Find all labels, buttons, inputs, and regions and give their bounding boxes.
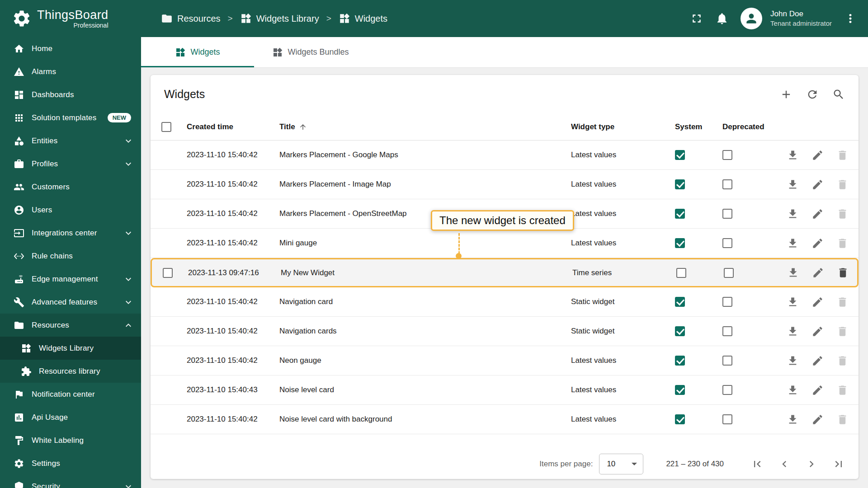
system-checkbox[interactable] bbox=[675, 385, 685, 395]
system-checkbox[interactable] bbox=[675, 414, 685, 424]
system-checkbox[interactable] bbox=[675, 179, 685, 189]
page-size-select[interactable]: 10 bbox=[599, 454, 643, 474]
breadcrumb-widgets-library[interactable]: Widgets Library bbox=[240, 13, 319, 24]
system-checkbox[interactable] bbox=[675, 356, 685, 366]
download-button[interactable] bbox=[787, 178, 799, 191]
deprecated-checkbox[interactable] bbox=[722, 150, 732, 160]
sidebar-item-rule-chains[interactable]: Rule chains bbox=[0, 244, 141, 267]
system-checkbox[interactable] bbox=[676, 268, 686, 278]
avatar[interactable] bbox=[741, 8, 762, 29]
sidebar-item-profiles[interactable]: Profiles bbox=[0, 152, 141, 175]
download-button[interactable] bbox=[787, 413, 799, 426]
delete-button[interactable] bbox=[836, 325, 849, 338]
edit-button[interactable] bbox=[811, 208, 824, 220]
delete-button[interactable] bbox=[836, 384, 849, 396]
sidebar-item-security[interactable]: Security bbox=[0, 475, 141, 488]
deprecated-checkbox[interactable] bbox=[722, 385, 732, 395]
sidebar-item-resources[interactable]: Resources bbox=[0, 314, 141, 337]
sidebar-item-customers[interactable]: Customers bbox=[0, 175, 141, 198]
system-checkbox[interactable] bbox=[675, 297, 685, 307]
edit-button[interactable] bbox=[811, 355, 824, 367]
deprecated-checkbox[interactable] bbox=[722, 238, 732, 248]
sidebar-item-advanced-features[interactable]: Advanced features bbox=[0, 291, 141, 314]
edit-button[interactable] bbox=[811, 413, 824, 426]
table-row[interactable]: 2023-11-10 15:40:42Markers Placement - G… bbox=[151, 141, 859, 170]
refresh-button[interactable] bbox=[806, 88, 819, 101]
table-row[interactable]: 2023-11-13 09:47:16My New WidgetTime ser… bbox=[151, 258, 859, 287]
deprecated-checkbox[interactable] bbox=[722, 297, 732, 307]
edit-button[interactable] bbox=[811, 384, 824, 396]
delete-button[interactable] bbox=[836, 178, 849, 191]
deprecated-checkbox[interactable] bbox=[722, 414, 732, 424]
first-page-button[interactable] bbox=[751, 458, 764, 470]
search-button[interactable] bbox=[832, 88, 845, 101]
delete-button[interactable] bbox=[836, 296, 849, 308]
next-page-button[interactable] bbox=[805, 458, 818, 470]
fullscreen-button[interactable] bbox=[690, 12, 703, 25]
download-button[interactable] bbox=[787, 208, 799, 220]
edit-button[interactable] bbox=[811, 237, 824, 249]
download-button[interactable] bbox=[787, 267, 799, 279]
table-row[interactable]: 2023-11-10 15:40:42Mini gaugeLatest valu… bbox=[151, 229, 859, 258]
deprecated-checkbox[interactable] bbox=[722, 356, 732, 366]
sidebar-item-settings[interactable]: Settings bbox=[0, 452, 141, 475]
select-all-checkbox[interactable] bbox=[161, 122, 171, 132]
sidebar-item-alarms[interactable]: Alarms bbox=[0, 60, 141, 83]
sidebar-item-integrations-center[interactable]: Integrations center bbox=[0, 221, 141, 244]
table-row[interactable]: 2023-11-10 15:40:42Markers Placement - I… bbox=[151, 170, 859, 199]
download-button[interactable] bbox=[787, 355, 799, 367]
table-row[interactable]: 2023-11-10 15:40:42Navigation cardStatic… bbox=[151, 287, 859, 317]
tab-widgets-bundles[interactable]: Widgets Bundles bbox=[254, 37, 367, 67]
row-select-checkbox[interactable] bbox=[163, 268, 173, 278]
delete-button[interactable] bbox=[836, 149, 849, 161]
download-button[interactable] bbox=[787, 384, 799, 396]
column-title[interactable]: Title bbox=[279, 122, 571, 131]
sidebar-item-api-usage[interactable]: Api Usage bbox=[0, 406, 141, 429]
deprecated-checkbox[interactable] bbox=[722, 179, 732, 189]
table-row[interactable]: 2023-11-10 15:40:42Noise level card with… bbox=[151, 405, 859, 434]
breadcrumb-resources[interactable]: Resources bbox=[161, 13, 221, 24]
system-checkbox[interactable] bbox=[675, 150, 685, 160]
sidebar-item-users[interactable]: Users bbox=[0, 198, 141, 221]
system-checkbox[interactable] bbox=[675, 209, 685, 219]
sidebar-item-white-labeling[interactable]: White Labeling bbox=[0, 429, 141, 452]
sidebar-item-solution-templates[interactable]: Solution templatesNEW bbox=[0, 106, 141, 129]
download-button[interactable] bbox=[787, 325, 799, 338]
edit-button[interactable] bbox=[811, 149, 824, 161]
table-row[interactable]: 2023-11-10 15:40:42Navigation cardsStati… bbox=[151, 317, 859, 346]
table-row[interactable]: 2023-11-10 15:40:42Neon gaugeLatest valu… bbox=[151, 346, 859, 375]
download-button[interactable] bbox=[787, 296, 799, 308]
delete-button[interactable] bbox=[836, 208, 849, 220]
breadcrumb-widgets[interactable]: Widgets bbox=[339, 13, 387, 24]
sidebar-item-notification-center[interactable]: Notification center bbox=[0, 383, 141, 406]
system-checkbox[interactable] bbox=[675, 238, 685, 248]
thingsboard-logo[interactable]: ThingsBoard Professional bbox=[0, 0, 141, 37]
sidebar-item-widgets-library[interactable]: Widgets Library bbox=[0, 337, 141, 360]
more-menu-button[interactable] bbox=[844, 12, 857, 25]
delete-button[interactable] bbox=[836, 355, 849, 367]
download-button[interactable] bbox=[787, 149, 799, 161]
edit-button[interactable] bbox=[811, 325, 824, 338]
deprecated-checkbox[interactable] bbox=[722, 209, 732, 219]
table-row[interactable]: 2023-11-10 15:40:43Noise level cardLates… bbox=[151, 375, 859, 405]
last-page-button[interactable] bbox=[832, 458, 845, 470]
edit-button[interactable] bbox=[811, 178, 824, 191]
edit-button[interactable] bbox=[811, 296, 824, 308]
delete-button[interactable] bbox=[837, 267, 849, 279]
notifications-button[interactable] bbox=[715, 12, 729, 25]
tab-widgets[interactable]: Widgets bbox=[141, 37, 254, 67]
sidebar-item-entities[interactable]: Entities bbox=[0, 129, 141, 152]
system-checkbox[interactable] bbox=[675, 326, 685, 336]
add-widget-button[interactable] bbox=[780, 88, 793, 101]
deprecated-checkbox[interactable] bbox=[722, 326, 732, 336]
download-button[interactable] bbox=[787, 237, 799, 249]
delete-button[interactable] bbox=[836, 413, 849, 426]
column-created-time[interactable]: Created time bbox=[182, 122, 279, 131]
sidebar-item-resources-library[interactable]: Resources library bbox=[0, 360, 141, 383]
sidebar-item-dashboards[interactable]: Dashboards bbox=[0, 83, 141, 106]
edit-button[interactable] bbox=[812, 267, 824, 279]
column-widget-type[interactable]: Widget type bbox=[571, 122, 675, 131]
column-system[interactable]: System bbox=[675, 122, 722, 131]
deprecated-checkbox[interactable] bbox=[724, 268, 734, 278]
sidebar-item-edge-management[interactable]: Edge management bbox=[0, 267, 141, 291]
